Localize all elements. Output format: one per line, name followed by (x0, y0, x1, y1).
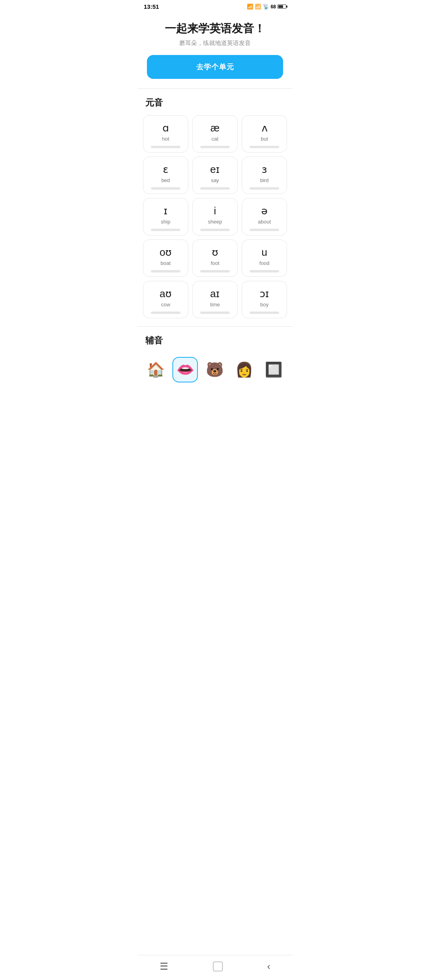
phoneme-word: bed (161, 177, 170, 183)
phoneme-word: foot (211, 260, 219, 266)
phoneme-word: ship (161, 219, 170, 225)
vowels-title: 元音 (137, 97, 293, 115)
phoneme-progress-bar (250, 270, 279, 272)
status-icons: 📶 📶 📡 68 (247, 4, 286, 10)
phoneme-symbol: ʊ (212, 246, 218, 259)
phoneme-progress-bar (250, 187, 279, 190)
page-title: 一起来学英语发音！ (145, 21, 285, 36)
phoneme-symbol: ɛ (163, 163, 168, 176)
phoneme-symbol: ɪ (164, 205, 168, 217)
phoneme-card[interactable]: ɑ hot (143, 115, 188, 153)
consonant-icon-person[interactable]: 👩 (231, 357, 257, 382)
phoneme-symbol: ɑ (162, 122, 169, 134)
phoneme-card[interactable]: æ cat (192, 115, 238, 153)
phoneme-symbol: ə (261, 205, 268, 217)
signal-icon: 📶 (247, 4, 253, 10)
phoneme-card[interactable]: ʌ but (242, 115, 287, 153)
bottom-nav: ☰ ‹ (137, 955, 293, 980)
phoneme-progress-bar (200, 187, 230, 190)
phoneme-word: about (258, 219, 271, 225)
phoneme-card[interactable]: eɪ say (192, 157, 238, 194)
phoneme-progress-bar (200, 229, 230, 231)
phoneme-symbol: ɜ (262, 163, 267, 176)
header-section: 一起来学英语发音！ 磨耳朵，练就地道英语发音 (137, 12, 293, 55)
signal-icon2: 📶 (255, 4, 261, 10)
nav-home-icon[interactable] (213, 962, 223, 971)
phoneme-symbol: oʊ (160, 246, 172, 259)
phoneme-word: bird (260, 177, 269, 183)
phoneme-word: time (210, 302, 220, 308)
study-unit-button[interactable]: 去学个单元 (147, 55, 283, 79)
phoneme-card[interactable]: i sheep (192, 198, 238, 235)
consonant-icon-mouth[interactable]: 👄 (172, 357, 198, 382)
consonant-icon-box[interactable]: 🔲 (261, 357, 286, 382)
vowels-section: 元音 ɑ hot æ cat ʌ but ɛ bed eɪ say ɜ bird… (137, 97, 293, 326)
battery-label: 68 (271, 4, 276, 10)
phoneme-progress-bar (151, 270, 180, 272)
phoneme-progress-bar (151, 229, 180, 231)
phoneme-symbol: æ (210, 122, 219, 134)
nav-menu-icon[interactable]: ☰ (160, 961, 168, 972)
phoneme-card[interactable]: aɪ time (192, 281, 238, 318)
phoneme-progress-bar (250, 312, 279, 314)
phoneme-word: hot (162, 136, 169, 142)
nav-back-icon[interactable]: ‹ (267, 961, 270, 972)
phoneme-progress-bar (151, 187, 180, 190)
phoneme-progress-bar (200, 146, 230, 148)
phoneme-symbol: aʊ (160, 288, 172, 300)
phoneme-progress-bar (250, 229, 279, 231)
battery-icon (278, 4, 286, 9)
phoneme-word: sheep (208, 219, 222, 225)
phoneme-symbol: ɔɪ (260, 288, 269, 300)
vowels-grid: ɑ hot æ cat ʌ but ɛ bed eɪ say ɜ bird ɪ … (137, 115, 293, 326)
status-bar: 13:51 📶 📶 📡 68 (137, 0, 293, 12)
phoneme-word: food (259, 260, 269, 266)
consonants-icon-row: 🏠👄🐻👩🔲🔔 (137, 353, 293, 390)
phoneme-progress-bar (200, 312, 230, 314)
wifi-icon: 📡 (263, 4, 269, 10)
phoneme-card[interactable]: ʊ foot (192, 239, 238, 277)
phoneme-progress-bar (250, 146, 279, 148)
consonants-title: 辅音 (137, 335, 293, 353)
phoneme-symbol: aɪ (210, 288, 220, 300)
phoneme-symbol: eɪ (210, 163, 220, 176)
status-time: 13:51 (144, 3, 159, 10)
phoneme-card[interactable]: ɪ ship (143, 198, 188, 235)
phoneme-card[interactable]: u food (242, 239, 287, 277)
divider-1 (137, 88, 293, 89)
phoneme-card[interactable]: oʊ boat (143, 239, 188, 277)
consonant-icon-home[interactable]: 🏠 (143, 357, 168, 382)
phoneme-word: boy (260, 302, 269, 308)
consonants-section: 辅音 🏠👄🐻👩🔲🔔 (137, 326, 293, 394)
phoneme-symbol: i (214, 205, 216, 217)
phoneme-word: cow (161, 302, 170, 308)
phoneme-card[interactable]: ɜ bird (242, 157, 287, 194)
phoneme-card[interactable]: ɔɪ boy (242, 281, 287, 318)
phoneme-card[interactable]: ə about (242, 198, 287, 235)
phoneme-progress-bar (151, 146, 180, 148)
phoneme-word: cat (211, 136, 218, 142)
phoneme-symbol: ʌ (262, 122, 268, 134)
phoneme-word: but (261, 136, 268, 142)
phoneme-word: boat (160, 260, 170, 266)
consonant-icon-bell[interactable]: 🔔 (290, 357, 293, 382)
consonant-icon-bear[interactable]: 🐻 (202, 357, 227, 382)
cta-container: 去学个单元 (137, 55, 293, 88)
phoneme-progress-bar (200, 270, 230, 272)
phoneme-symbol: u (262, 246, 267, 259)
phoneme-word: say (211, 177, 219, 183)
phoneme-card[interactable]: aʊ cow (143, 281, 188, 318)
phoneme-card[interactable]: ɛ bed (143, 157, 188, 194)
page-subtitle: 磨耳朵，练就地道英语发音 (145, 39, 285, 47)
phoneme-progress-bar (151, 312, 180, 314)
